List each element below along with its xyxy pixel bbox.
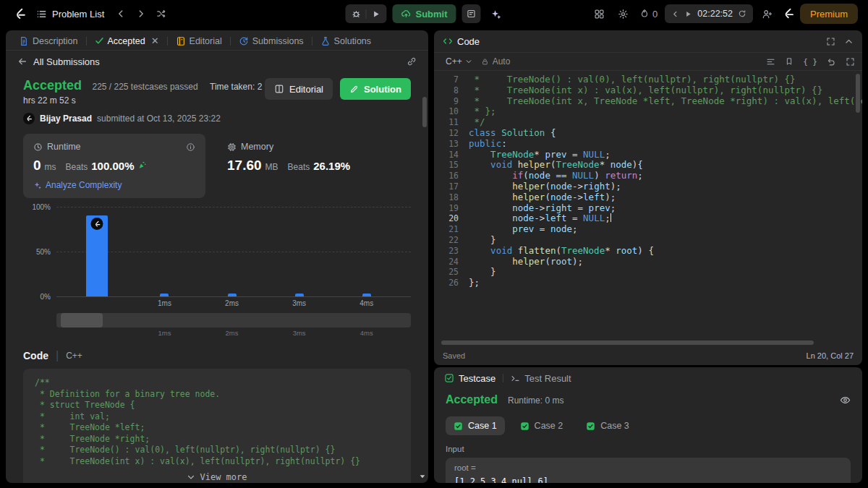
editor-horizontal-scrollbar[interactable] [441,339,855,346]
author-name[interactable]: Bijay Prasad [40,114,92,124]
flame-icon [639,9,650,19]
language-selector[interactable]: C++ [441,55,477,68]
editor-line-12[interactable]: 12class Solution { [434,128,862,139]
editor-line-13[interactable]: 13public: [434,139,862,150]
runtime-card[interactable]: Runtime 0 ms Beats 100.00% [23,134,205,198]
timer-collapse-icon[interactable] [671,10,679,18]
collapse-chevron-icon[interactable] [844,37,854,46]
editor-line-9[interactable]: 9 * TreeNode(int x, TreeNode *left, Tree… [434,96,862,107]
case-tab-3[interactable]: Case 3 [578,416,637,435]
editor-line-23[interactable]: 23 void flatten(TreeNode* root) { [434,246,862,257]
editor-line-10[interactable]: 10 * }; [434,106,862,117]
timer-reset-icon[interactable] [738,9,746,18]
expand-panel-icon[interactable] [826,37,835,46]
code-section-header: Code | C++ [23,349,411,362]
checkbox-check-icon [444,373,454,383]
submissions-history-icon [239,36,249,46]
format-lines-icon[interactable] [766,57,775,67]
timer-widget[interactable]: 02:22:52 [665,4,753,23]
shuffle-icon[interactable] [152,4,171,23]
editor-line-22[interactable]: 22 } [434,235,862,246]
close-tab-icon[interactable]: ✕ [151,36,159,46]
case-label: Case 3 [600,421,629,431]
editor-line-25[interactable]: 25 } [434,267,862,278]
left-panel-scrollbar[interactable] [422,97,427,127]
problem-list-button[interactable]: Problem List [30,6,110,22]
editor-line-11[interactable]: 11 */ [434,117,862,128]
back-to-all-submissions-button[interactable]: All Submissions [17,56,100,67]
tab-accepted[interactable]: Accepted✕ [89,33,165,50]
editor-line-18[interactable]: 18 helper(node->left); [434,192,862,203]
tab-submissions[interactable]: Submissions [233,33,310,50]
view-more-button[interactable]: View more [187,472,247,482]
tab-description[interactable]: Description [13,33,84,50]
editor-vertical-scrollbar[interactable] [856,74,860,113]
input-label: Input [446,445,851,453]
info-icon[interactable] [186,142,195,152]
analyze-complexity-button[interactable]: Analyze Complexity [33,180,122,190]
line-content: * TreeNode(int x, TreeNode *left, TreeNo… [459,96,862,107]
editor-line-15[interactable]: 15 void helper(TreeNode* node){ [434,160,862,171]
scroll-down-arrow-icon[interactable] [418,472,427,481]
copy-link-icon[interactable] [407,56,417,67]
editor-line-19[interactable]: 19 node->right = prev; [434,203,862,214]
editor-line-26[interactable]: 26}; [434,278,862,288]
gridline-100 [56,207,411,207]
eye-icon[interactable] [840,395,851,406]
line-content: void helper(TreeNode* node){ [459,160,643,171]
tab-editorial[interactable]: Editorial [170,33,228,50]
line-content: TreeNode* prev = NULL; [459,150,610,160]
chart-bar-0ms[interactable] [86,215,108,296]
notes-icon[interactable] [462,4,481,23]
submit-button[interactable]: Submit [392,4,456,23]
maximize-icon[interactable] [846,57,855,67]
settings-gear-icon[interactable] [613,4,632,23]
submitted-code-line: * TreeNode *left; [35,422,399,434]
bookmark-icon[interactable] [785,57,793,66]
solution-button[interactable]: Solution [340,78,411,100]
editor-line-8[interactable]: 8 * TreeNode(int x) : val(x), left(nullp… [434,85,862,96]
timer-play-icon[interactable] [684,10,692,18]
editor-line-21[interactable]: 21 prev = node; [434,224,862,235]
slider-tick-label: 3ms [293,329,306,337]
case-tab-2[interactable]: Case 2 [512,416,571,435]
terminal-icon [511,374,520,383]
tab-solutions[interactable]: Solutions [315,33,377,50]
console-body: Accepted Runtime: 0 ms Case 1Case 2Case … [434,389,862,483]
leetcode-logo-icon[interactable] [10,4,29,23]
editor-line-14[interactable]: 14 TreeNode* prev = NULL; [434,150,862,160]
slider-tick-label: 4ms [360,329,373,337]
slider-handle[interactable] [61,313,103,328]
apps-grid-icon[interactable] [590,4,608,23]
tab-code[interactable]: Code [443,36,480,47]
next-problem-button[interactable] [132,4,150,23]
line-number: 13 [434,139,459,150]
prev-problem-button[interactable] [111,4,130,23]
hscroll-thumb[interactable] [441,341,814,345]
editor-line-24[interactable]: 24 helper(root); [434,257,862,267]
tab-test-result[interactable]: Test Result [511,373,571,384]
ai-sparkle-icon[interactable] [487,4,506,23]
code-editor[interactable]: 7 * TreeNode() : val(0), left(nullptr), … [434,71,862,339]
premium-button[interactable]: Premium [800,4,858,24]
case-tab-1[interactable]: Case 1 [446,416,505,435]
analyze-sparkle-icon [33,181,42,189]
editorial-button[interactable]: Editorial [265,78,333,100]
editor-line-16[interactable]: 16 if(node == NULL) return; [434,171,862,181]
editor-line-7[interactable]: 7 * TreeNode() : val(0), left(nullptr), … [434,74,862,85]
root-input[interactable]: root = [1,2,5,3,4,null,6] [446,458,851,483]
runtime-value: 0 [33,158,41,174]
memory-card[interactable]: Memory 17.60 MB Beats 26.19% [217,134,399,198]
editor-line-20[interactable]: 20 node->left = NULL; [434,213,862,224]
streak-counter[interactable]: 0 [637,9,660,20]
editor-line-17[interactable]: 17 helper(node->right); [434,181,862,192]
debug-icon[interactable] [346,4,365,23]
undo-icon[interactable] [827,57,836,67]
invite-person-icon[interactable] [758,4,777,23]
braces-icon[interactable]: { } [803,57,817,67]
auto-mode-toggle[interactable]: Auto [477,55,515,68]
run-button[interactable] [366,4,385,23]
chart-range-slider[interactable] [56,313,411,328]
tab-testcase[interactable]: Testcase [444,373,495,384]
memory-value: 17.60 [227,158,262,174]
